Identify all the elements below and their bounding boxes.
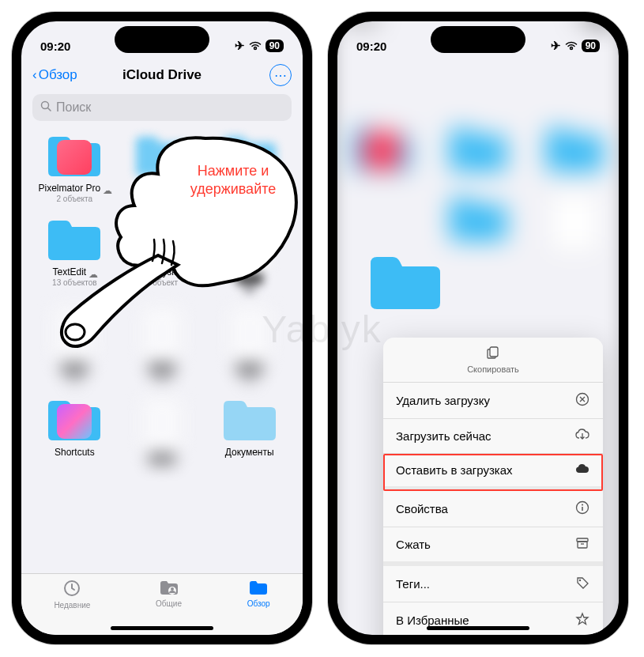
menu-copy[interactable]: Скопировать xyxy=(383,338,603,383)
file-blurred-5[interactable]: ████ xyxy=(120,393,205,467)
file-blurred-1[interactable]: ? ██████ xyxy=(207,213,292,296)
airplane-icon: ✈ xyxy=(235,39,245,53)
wifi-icon xyxy=(565,40,578,53)
cloud-download-icon xyxy=(574,429,590,444)
copy-icon xyxy=(391,345,595,363)
svg-rect-6 xyxy=(490,347,498,357)
page-title: iCloud Drive xyxy=(122,67,201,83)
search-placeholder: Поиск xyxy=(56,100,91,115)
context-menu: Скопировать Удалить загрузку Загрузить с… xyxy=(383,338,603,635)
tab-browse[interactable]: Обзор xyxy=(247,579,270,635)
archive-icon xyxy=(574,537,590,552)
menu-download-now[interactable]: Загрузить сейчас xyxy=(383,419,603,454)
pixelmator-app-icon xyxy=(57,140,92,175)
folder-textedit[interactable]: TextEdit ☁ 13 объектов xyxy=(32,213,117,296)
dynamic-island xyxy=(431,26,525,53)
back-label: Обзор xyxy=(39,67,77,83)
folder-blurred-2[interactable]: ента██ xyxy=(207,129,292,206)
shared-folder-icon xyxy=(159,579,179,598)
status-time: 09:20 xyxy=(40,40,70,53)
folder-blurred-1[interactable]: ██████ xyxy=(120,129,205,206)
wifi-icon xyxy=(249,40,262,53)
home-indicator[interactable] xyxy=(111,626,213,630)
cloud-filled-icon xyxy=(574,463,590,477)
focused-folder[interactable] xyxy=(366,251,445,317)
battery-indicator: 90 xyxy=(582,40,600,52)
chevron-left-icon: ‹ xyxy=(32,67,37,83)
svg-point-4 xyxy=(171,587,174,591)
tab-recent[interactable]: Недавние xyxy=(54,579,90,635)
svg-point-13 xyxy=(579,580,581,581)
svg-line-1 xyxy=(48,108,51,111)
phone-left: 09:20 ✈ 90 ‹ Обзор iCloud Drive ⋯ Поиск … xyxy=(12,12,312,644)
folder-shortcuts[interactable]: Shortcuts xyxy=(32,393,117,467)
files-grid: Pixelmator Pro ☁ 2 объекта ██████ ента██… xyxy=(21,129,303,467)
info-icon xyxy=(574,500,590,517)
search-icon xyxy=(40,100,51,115)
back-button[interactable]: ‹ Обзор xyxy=(32,67,77,83)
tag-icon xyxy=(574,576,590,592)
cloud-icon: ☁ xyxy=(103,185,111,191)
svg-rect-11 xyxy=(578,542,587,548)
folder-documents[interactable]: Документы xyxy=(207,393,292,467)
menu-remove-download[interactable]: Удалить загрузку xyxy=(383,383,603,419)
battery-indicator: 90 xyxy=(266,40,284,52)
home-indicator[interactable] xyxy=(427,626,529,630)
menu-compress[interactable]: Сжать xyxy=(383,527,603,566)
clock-icon xyxy=(62,579,81,599)
phone-right: 09:20 ✈90 09:20 ✈ 90 Скопировать Удалить… xyxy=(328,12,628,644)
file-blurred-4[interactable]: ██████ xyxy=(207,303,292,387)
menu-tags[interactable]: Теги... xyxy=(383,566,603,602)
file-blurred-2[interactable]: ██████ xyxy=(32,303,117,387)
folder-downloads[interactable]: Загрузки 1 объект xyxy=(120,213,205,296)
airplane-icon: ✈ xyxy=(551,39,561,53)
menu-keep-downloaded[interactable]: Оставить в загрузках xyxy=(383,454,603,491)
menu-properties[interactable]: Свойства xyxy=(383,491,603,527)
dynamic-island xyxy=(115,26,209,53)
cloud-icon: ☁ xyxy=(89,269,96,275)
ellipsis-icon: ⋯ xyxy=(274,68,287,83)
svg-point-9 xyxy=(582,504,583,506)
folder-icon xyxy=(248,579,269,598)
star-icon xyxy=(574,612,590,629)
more-button[interactable]: ⋯ xyxy=(269,64,292,86)
nav-bar: ‹ Обзор iCloud Drive ⋯ xyxy=(21,59,303,91)
file-blurred-3[interactable]: ██████ xyxy=(120,303,205,387)
remove-icon xyxy=(574,392,590,409)
status-time: 09:20 xyxy=(356,40,386,53)
search-bar[interactable]: Поиск xyxy=(32,94,292,121)
shortcuts-app-icon xyxy=(57,404,92,439)
folder-pixelmator[interactable]: Pixelmator Pro ☁ 2 объекта xyxy=(32,129,117,206)
